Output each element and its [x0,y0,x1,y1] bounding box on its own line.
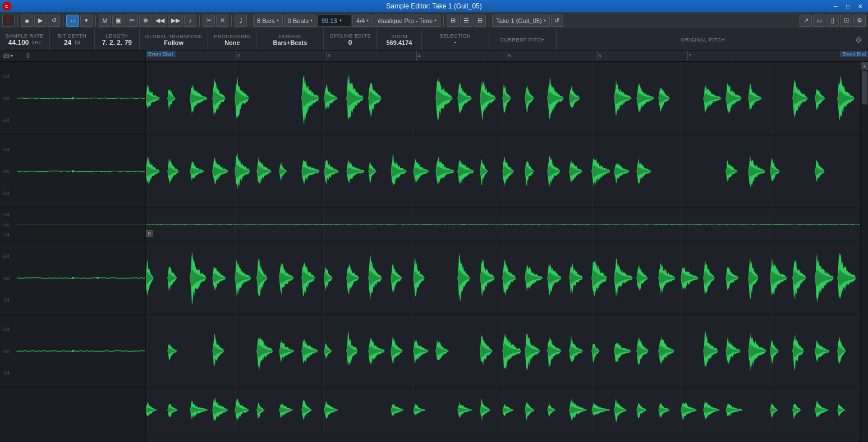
stop-button[interactable]: ■ [21,15,33,27]
grid1-button[interactable]: ⊞ [447,15,459,27]
note-button[interactable]: ♩ [235,15,247,27]
panel2-button[interactable]: ▯ [826,15,839,27]
vscroll-up-button[interactable]: ▲ [861,62,868,70]
expand-button[interactable]: ↗ [800,15,812,27]
waveform-scroll-area: S ▲ ▼ [0,62,868,442]
offline-edits-section: Offline Edits 0 [324,29,377,50]
rewind-button[interactable]: ◀◀ [153,15,167,27]
tempo-display[interactable]: 99.13 ▾ [318,15,351,27]
window-title: Sample Editor: Take 1 (Guit_05) [386,2,482,10]
scissors-button[interactable]: ✂ [203,15,215,27]
separator-2 [63,15,63,26]
loop-button[interactable]: ↺ [48,15,60,27]
ruler-canvas [146,51,868,61]
content-area: db ▾ 0 Event Start Event End [0,51,868,442]
db-scale-canvas [0,62,146,432]
speaker-button[interactable]: ♪ [184,15,196,27]
selection-section: Selection - [422,29,489,50]
processing-section: Processing None [208,29,256,50]
separator-3 [95,15,96,26]
zoom-section: Zoom 569.4174 [377,29,422,50]
ruler-main[interactable]: Event Start Event End [146,51,868,61]
time-sig-dropdown[interactable]: 4/4 ▾ [352,15,373,27]
zoom-button[interactable]: ⊕ [139,15,151,27]
play-button[interactable]: ▶ [34,15,47,27]
minimize-button[interactable]: ─ [830,2,841,11]
db-arrow-icon: ▾ [11,53,13,58]
waveform-canvas[interactable] [146,62,860,432]
vscroll-thumb[interactable] [862,71,867,104]
beats-arrow-icon: ▾ [310,18,313,23]
close-button[interactable]: ✕ [855,2,866,11]
pencil-button[interactable]: ✏ [126,15,138,27]
current-pitch-section: Current Pitch [489,29,557,50]
info-button[interactable]: ↺ [551,15,563,27]
tempo-arrow-icon: ▾ [339,18,342,23]
ruler-left: db ▾ 0 [0,51,146,61]
s-marker: S [146,230,153,237]
settings-button[interactable]: ⚙ [853,15,866,27]
separator-1 [17,15,18,26]
separator-4 [199,15,200,26]
mute-button[interactable]: M [99,15,111,27]
bars-arrow-icon: ▾ [277,18,279,23]
x-button[interactable]: ✕ [216,15,228,27]
domain-section: Domain Bars+Beats [256,29,324,50]
separator-5 [231,15,232,26]
bit-depth-section: Bit Depth 24 bit [50,29,95,50]
move-tool-button[interactable]: ↔ [66,15,79,27]
main-layout: db ▾ 0 Event Start Event End [0,51,868,442]
info-settings-button[interactable]: ⚙ [849,29,868,50]
take-arrow-icon: ▾ [544,18,546,23]
app-icon: C [2,2,11,11]
timesig-arrow-icon: ▾ [366,18,369,23]
db-label-panel [0,62,146,442]
logo-button[interactable]: C [2,15,15,27]
original-pitch-section: Original Pitch [557,29,849,50]
toolbar: C ■ ▶ ↺ ↔ ▾ M ▣ ✏ ⊕ ◀◀ ▶▶ ♪ ✂ ✕ ♩ 8 Bars… [0,12,868,29]
beats-dropdown[interactable]: 0 Beats ▾ [284,15,316,27]
event-start-label: Event Start [146,51,176,57]
bars-dropdown[interactable]: 8 Bars ▾ [253,15,283,27]
forward-button[interactable]: ▶▶ [168,15,183,27]
global-transpose-section: Global Transpose Follow [140,29,209,50]
waveform-region: db ▾ 0 Event Start Event End [0,51,868,442]
ruler-row: db ▾ 0 Event Start Event End [0,51,868,62]
select-button[interactable]: ▣ [112,15,125,27]
window-controls: ─ □ ✕ [830,2,866,11]
vscroll-track[interactable] [861,70,868,442]
event-end-label: Event End [840,51,868,57]
db-indicator[interactable]: db ▾ [3,53,13,59]
grid3-button[interactable]: ⊟ [474,15,486,27]
waveform-main-area[interactable]: S [146,62,860,442]
move-tool-arrow[interactable]: ▾ [80,15,93,27]
length-section: Length 7. 2. 2. 79 [95,29,140,50]
info-bar: Sample Rate 44.100 kHz Bit Depth 24 bit … [0,29,868,51]
grid2-button[interactable]: ☰ [460,15,472,27]
separator-8 [489,15,489,26]
take-dropdown[interactable]: Take 1 (Guit_05) ▾ [492,15,549,27]
title-bar: C Sample Editor: Take 1 (Guit_05) ─ □ ✕ [0,0,868,12]
algorithm-dropdown[interactable]: élastique Pro - Time ▾ [374,15,440,27]
panel3-button[interactable]: ⊡ [840,15,852,27]
vertical-scrollbar[interactable]: ▲ ▼ [860,62,868,442]
separator-6 [250,15,250,26]
separator-7 [443,15,444,26]
panel1-button[interactable]: ▭ [813,15,825,27]
maximize-button[interactable]: □ [842,2,853,11]
algorithm-arrow-icon: ▾ [434,18,437,23]
sample-rate-section: Sample Rate 44.100 kHz [0,29,50,50]
